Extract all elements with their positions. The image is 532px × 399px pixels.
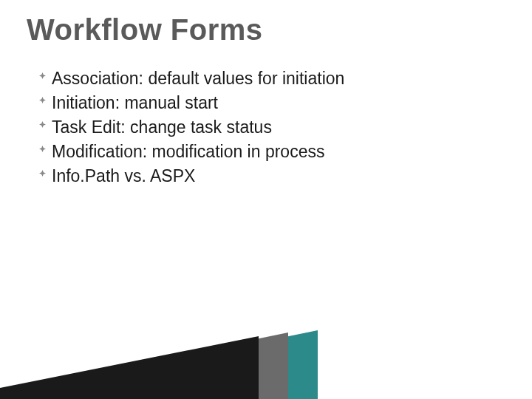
list-item-text: Initiation: manual start	[52, 93, 218, 112]
list-item-text: Association: default values for initiati…	[52, 69, 344, 88]
list-item-text: Modification: modification in process	[52, 142, 324, 161]
bullet-icon	[38, 169, 46, 177]
decorative-triangles	[0, 296, 532, 399]
bullet-icon	[38, 120, 46, 128]
list-item: Task Edit: change task status	[38, 116, 505, 139]
list-item-text: Info.Path vs. ASPX	[52, 166, 195, 185]
svg-marker-2	[0, 336, 259, 399]
svg-marker-1	[0, 332, 288, 399]
bullet-icon	[38, 145, 46, 152]
list-item: Modification: modification in process	[38, 140, 505, 163]
list-item: Info.Path vs. ASPX	[38, 165, 505, 188]
svg-marker-0	[0, 330, 318, 399]
bullet-icon	[38, 72, 46, 79]
list-item: Association: default values for initiati…	[38, 67, 505, 90]
bullet-list: Association: default values for initiati…	[27, 67, 505, 188]
list-item-text: Task Edit: change task status	[52, 117, 272, 137]
slide-title: Workflow Forms	[27, 13, 505, 47]
bullet-icon	[38, 96, 46, 103]
list-item: Initiation: manual start	[38, 92, 505, 115]
slide: Workflow Forms Association: default valu…	[0, 0, 532, 399]
